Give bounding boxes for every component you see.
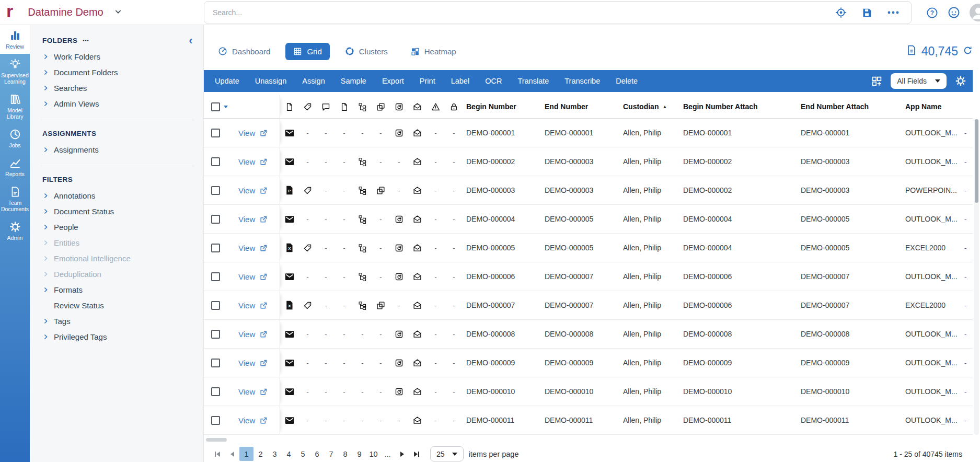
search-input[interactable]: [204, 8, 835, 17]
sidebar-item-assignments[interactable]: Assignments: [42, 142, 194, 157]
vertical-scrollbar[interactable]: [974, 119, 979, 435]
page-size-dropdown[interactable]: 25: [430, 446, 464, 461]
column-header-warning[interactable]: [426, 102, 445, 111]
vertical-scrollbar-thumb[interactable]: [975, 119, 978, 203]
sidebar-item-document-folders[interactable]: Document Folders: [42, 64, 194, 80]
print-button[interactable]: Print: [412, 77, 443, 85]
row-checkbox[interactable]: [211, 416, 220, 425]
tab-grid[interactable]: Grid: [285, 43, 329, 60]
row-checkbox[interactable]: [211, 186, 220, 195]
view-link[interactable]: View: [238, 186, 268, 195]
previous-page-button[interactable]: [226, 447, 238, 461]
sidebar-item-document-status[interactable]: Document Status: [42, 203, 194, 219]
view-link[interactable]: View: [238, 301, 268, 310]
sidebar-item-tags[interactable]: Tags: [42, 313, 194, 329]
fields-dropdown[interactable]: All Fields: [891, 73, 947, 89]
row-checkbox[interactable]: [211, 244, 220, 252]
column-header-app-name[interactable]: App Name: [902, 102, 964, 111]
view-link[interactable]: View: [238, 215, 268, 224]
first-page-button[interactable]: [211, 447, 224, 461]
column-header-page[interactable]: [335, 102, 353, 111]
avatar[interactable]: [970, 4, 980, 21]
sidebar-item-annotations[interactable]: Annotations: [42, 188, 194, 203]
tab-clusters[interactable]: Clusters: [337, 42, 396, 60]
more-icon[interactable]: [887, 10, 900, 15]
collapse-panel-icon[interactable]: ‹: [189, 37, 193, 44]
view-link[interactable]: View: [238, 330, 268, 339]
view-link[interactable]: View: [238, 387, 268, 396]
unassign-button[interactable]: Unassign: [247, 77, 294, 85]
page-button-5[interactable]: 5: [296, 447, 310, 461]
support-icon[interactable]: [948, 6, 960, 19]
column-header-tree[interactable]: [353, 102, 372, 111]
row-checkbox[interactable]: [211, 272, 220, 281]
tab-dashboard[interactable]: Dashboard: [210, 42, 278, 60]
view-link[interactable]: View: [238, 359, 268, 367]
view-link[interactable]: View: [238, 157, 268, 166]
gear-icon[interactable]: [955, 75, 966, 87]
rail-item-review[interactable]: Review: [0, 25, 30, 54]
tab-heatmap[interactable]: Heatmap: [403, 43, 464, 60]
transcribe-button[interactable]: Transcribe: [557, 77, 608, 85]
column-header-begin-number[interactable]: Begin Number: [463, 102, 541, 111]
page-button-9[interactable]: 9: [352, 447, 366, 461]
page-button-4[interactable]: 4: [282, 447, 296, 461]
sidebar-item-formats[interactable]: Formats: [42, 282, 194, 297]
row-checkbox[interactable]: [211, 387, 220, 396]
page-button-1[interactable]: 1: [239, 447, 253, 461]
column-header-custodian[interactable]: Custodian▲: [620, 102, 680, 111]
save-icon[interactable]: [861, 7, 872, 18]
sidebar-item-privileged-tags[interactable]: Privileged Tags: [42, 329, 194, 344]
column-header-end-number-attach[interactable]: End Number Attach: [798, 102, 902, 111]
column-header-file[interactable]: [280, 102, 298, 111]
rail-item-model-library[interactable]: Model Library: [0, 89, 30, 124]
delete-button[interactable]: Delete: [608, 77, 645, 85]
help-icon[interactable]: ?: [926, 7, 938, 19]
sidebar-item-searches[interactable]: Searches: [42, 80, 194, 96]
translate-button[interactable]: Translate: [510, 77, 557, 85]
column-header-tag[interactable]: [298, 102, 317, 111]
page-button-7[interactable]: 7: [324, 447, 338, 461]
sidebar-item-review-status[interactable]: Review Status: [42, 297, 194, 313]
page-button-2[interactable]: 2: [253, 447, 268, 461]
row-checkbox[interactable]: [211, 215, 220, 224]
folders-menu-icon[interactable]: •••: [83, 38, 89, 43]
page-ellipsis[interactable]: ...: [381, 447, 395, 461]
last-page-button[interactable]: [410, 447, 423, 461]
sample-button[interactable]: Sample: [333, 77, 374, 85]
row-checkbox[interactable]: [211, 359, 220, 367]
rail-item-reports[interactable]: Reports: [0, 153, 30, 181]
horizontal-scrollbar-thumb[interactable]: [206, 438, 227, 442]
view-link[interactable]: View: [238, 272, 268, 281]
rail-item-supervised-learning[interactable]: Supervised Learning: [0, 54, 30, 89]
target-icon[interactable]: [835, 7, 847, 18]
column-header-comment[interactable]: [317, 102, 335, 111]
ocr-button[interactable]: OCR: [477, 77, 510, 85]
app-logo[interactable]: r: [6, 3, 13, 19]
column-header-mail-open[interactable]: [408, 102, 426, 111]
workspace-chevron-icon[interactable]: [114, 7, 122, 18]
view-link[interactable]: View: [238, 244, 268, 252]
rail-item-jobs[interactable]: Jobs: [0, 124, 30, 153]
update-button[interactable]: Update: [207, 77, 247, 85]
page-button-8[interactable]: 8: [338, 447, 352, 461]
label-button[interactable]: Label: [443, 77, 477, 85]
assign-button[interactable]: Assign: [294, 77, 333, 85]
workspace-title[interactable]: Datamine Demo: [28, 6, 103, 18]
sidebar-item-work-folders[interactable]: Work Folders: [42, 49, 194, 64]
view-link[interactable]: View: [238, 129, 268, 137]
page-button-10[interactable]: 10: [366, 447, 381, 461]
row-checkbox[interactable]: [211, 330, 220, 339]
row-checkbox[interactable]: [211, 301, 220, 310]
view-link[interactable]: View: [238, 416, 268, 425]
column-header-lock[interactable]: [445, 102, 463, 111]
rail-item-admin[interactable]: Admin: [0, 216, 30, 245]
page-button-6[interactable]: 6: [310, 447, 324, 461]
column-header-begin-number-attach[interactable]: Begin Number Attach: [680, 102, 798, 111]
sidebar-item-people[interactable]: People: [42, 219, 194, 235]
row-checkbox[interactable]: [211, 129, 220, 137]
select-menu-caret-icon[interactable]: [224, 106, 228, 108]
next-page-button[interactable]: [396, 447, 408, 461]
export-button[interactable]: Export: [374, 77, 412, 85]
column-header-end-number[interactable]: End Number: [541, 102, 620, 111]
